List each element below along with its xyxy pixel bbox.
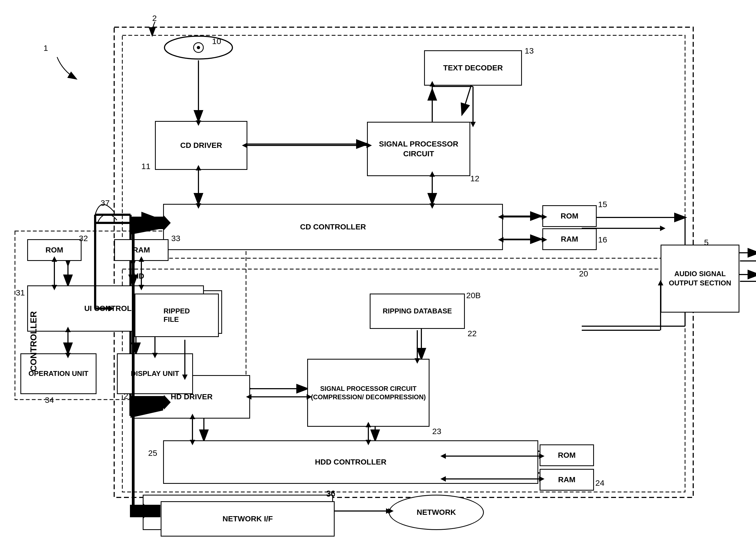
svg-marker-98 <box>660 226 665 231</box>
ref-35: 35 <box>133 396 142 405</box>
ram2-box: RAM <box>540 469 594 491</box>
rom1-label: ROM <box>561 211 578 221</box>
display-unit-box: DISPLAY UNIT <box>117 353 193 394</box>
svg-marker-53 <box>130 506 144 516</box>
audio-signal-label: AUDIO SIGNAL OUTPUT SECTION <box>661 270 739 288</box>
ripping-db-label: RIPPING DATABASE <box>383 307 452 316</box>
ref-34: 34 <box>45 396 54 405</box>
network-label: NETWORK <box>417 508 456 517</box>
ram1-label: RAM <box>561 234 578 244</box>
signal-processor-box: SIGNAL PROCESSOR CIRCUIT <box>367 122 470 176</box>
ref-20: 20 <box>579 269 588 278</box>
signal-processor-label: SIGNAL PROCESSOR CIRCUIT <box>368 139 470 159</box>
ref-24: 24 <box>595 478 604 488</box>
hd-label: HD <box>133 272 144 280</box>
text-decoder-label: TEXT DECODER <box>443 63 503 73</box>
text-decoder-box: TEXT DECODER <box>424 50 522 86</box>
ref-16: 16 <box>598 235 607 244</box>
ref-10: 10 <box>212 37 221 46</box>
cd-driver-label: CD DRIVER <box>180 140 222 150</box>
audio-signal-box: AUDIO SIGNAL OUTPUT SECTION <box>660 245 739 313</box>
ref-31: 31 <box>16 288 25 297</box>
ref-13: 13 <box>525 46 534 55</box>
rom1-box: ROM <box>542 205 597 227</box>
svg-marker-82 <box>470 122 476 127</box>
controller-label: CONTROLLER <box>29 311 38 372</box>
cd-driver-box: CD DRIVER <box>155 121 247 170</box>
ram3-label: RAM <box>133 245 150 255</box>
ref-15: 15 <box>598 200 607 209</box>
ram1-box: RAM <box>542 228 597 250</box>
ram2-label: RAM <box>558 475 575 485</box>
ref-12: 12 <box>470 174 479 183</box>
ref-2: 2 <box>152 14 157 23</box>
ref-23: 23 <box>432 427 441 436</box>
hdd-controller-label: HDD CONTROLLER <box>315 457 387 467</box>
ref-37: 37 <box>101 198 110 208</box>
network-ellipse: NETWORK <box>389 495 484 530</box>
sig-proc-comp-box: SIGNAL PROCESSOR CIRCUIT (COMPRESSION/ D… <box>307 359 429 427</box>
diagram: 2 1 10 CD DRIVER 11 SIGNAL PROCESSOR CIR… <box>0 0 756 539</box>
svg-rect-123 <box>130 505 144 517</box>
cd-controller-box: CD CONTROLLER <box>163 204 503 250</box>
ref-5: 5 <box>704 238 709 247</box>
sig-proc-comp-label: SIGNAL PROCESSOR CIRCUIT (COMPRESSION/ D… <box>308 384 429 401</box>
ripping-db-box: RIPPING DATABASE <box>370 293 465 329</box>
network-if-label2: NETWORK I/F <box>222 514 273 524</box>
rom2-label: ROM <box>558 450 575 460</box>
ref-36b: 36 <box>326 489 335 499</box>
ref-33: 33 <box>171 234 180 243</box>
ref-22: 22 <box>468 329 477 338</box>
display-unit-label: DISPLAY UNIT <box>131 369 179 378</box>
hdd-controller-box: HDD CONTROLLER <box>163 440 538 484</box>
svg-rect-6 <box>114 27 693 498</box>
rom3-label: ROM <box>45 245 63 255</box>
ram3-box: RAM <box>114 239 169 261</box>
ref-25: 25 <box>148 448 157 458</box>
ref-11: 11 <box>141 162 150 171</box>
rom3-box: ROM <box>27 239 82 261</box>
ref-20B: 20B <box>466 291 481 300</box>
cd-disk <box>163 35 234 60</box>
svg-point-47 <box>197 46 200 49</box>
cd-controller-label: CD CONTROLLER <box>300 222 366 232</box>
ref-14: 14 <box>147 216 156 225</box>
ref-32: 32 <box>79 234 88 243</box>
ref-1: 1 <box>43 43 48 53</box>
rom2-box: ROM <box>540 444 594 466</box>
network-if-box2: NETWORK I/F <box>161 501 335 537</box>
